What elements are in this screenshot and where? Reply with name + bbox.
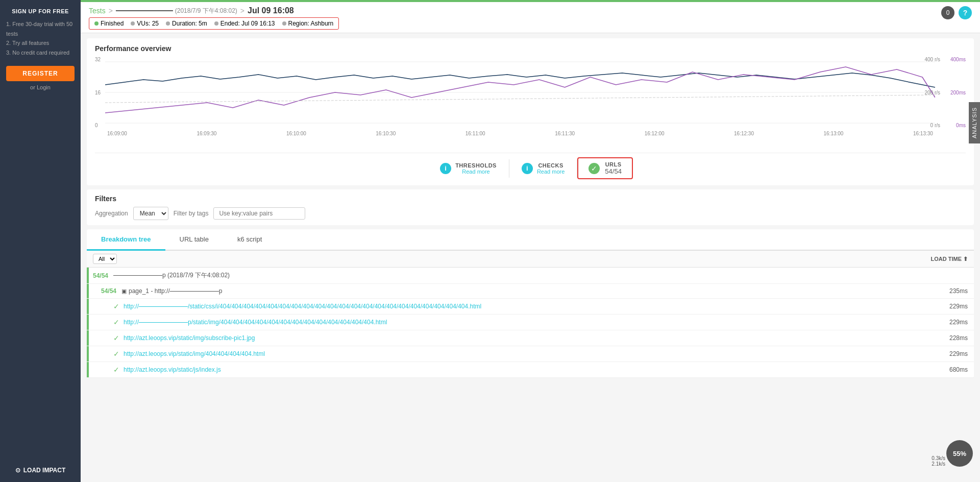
content-area: Performance overview 32 16 0 — [81, 33, 980, 482]
aggregation-label: Aggregation — [95, 210, 128, 217]
login-link[interactable]: or Login — [30, 84, 51, 90]
check-icon: ✓ — [113, 302, 119, 310]
duration-dot — [166, 21, 170, 26]
register-button[interactable]: REGISTER — [6, 66, 75, 81]
tab-breakdown-tree[interactable]: Breakdown tree — [87, 229, 165, 251]
green-bar — [87, 284, 89, 298]
table-row: ✓ http://azt.leoops.vip/static/js/index.… — [87, 362, 974, 378]
chart-y-left: 32 16 0 — [95, 57, 103, 128]
table-rows: 54/54 ————————p (2018/7/9 下午4:08:02) 54/… — [87, 268, 974, 378]
tab-k6-script[interactable]: k6 script — [223, 229, 276, 251]
main-content: Tests > ———————— (2018/7/9 下午4:08:02) > … — [81, 0, 980, 482]
metrics-row: i THRESHOLDS Read more i CHECKS Read mor… — [95, 153, 966, 179]
table-header: All LOAD TIME ⬆ — [87, 251, 974, 268]
filters-section: Filters Aggregation Mean Filter by tags — [87, 189, 974, 225]
checks-text: CHECKS Read more — [537, 162, 565, 175]
filters-row: Aggregation Mean Filter by tags — [95, 207, 966, 220]
table-row: ✓ http://————————/static/css/i/404/404/4… — [87, 299, 974, 315]
green-bar — [87, 362, 89, 377]
chart-y-right2: 400 r/s 200 r/s 0 r/s — [924, 57, 940, 128]
check-icon: ✓ — [113, 334, 119, 342]
breadcrumb-tests[interactable]: Tests — [89, 7, 106, 15]
urls-check-icon: ✓ — [589, 163, 600, 174]
collapse-icon[interactable]: ▣ — [121, 288, 127, 295]
breadcrumb-sep1: > — [109, 7, 113, 15]
svg-line-3 — [105, 95, 935, 103]
brand-logo: ⊙ LOAD IMPACT — [0, 467, 81, 474]
chart-svg — [105, 57, 935, 128]
checks-metric: i CHECKS Read more — [509, 159, 577, 178]
table-row: ✓ http://azt.leoops.vip/static/img/404/4… — [87, 346, 974, 362]
status-ended: Ended: Jul 09 16:13 — [214, 20, 275, 27]
thresholds-info-icon[interactable]: i — [440, 163, 451, 174]
load-time-label: LOAD TIME ⬆ — [931, 256, 968, 262]
notification-button[interactable]: 0 — [941, 6, 954, 19]
chart-container: 32 16 0 — [95, 57, 966, 149]
status-duration: Duration: 5m — [166, 20, 207, 27]
all-select[interactable]: All — [93, 254, 117, 264]
vus-dot — [131, 21, 135, 26]
chart-y-right: 400ms 200ms 0ms — [948, 57, 966, 128]
green-bar — [87, 268, 89, 283]
chart-x-labels: 16:09:00 16:09:30 16:10:00 16:10:30 16:1… — [105, 131, 935, 136]
perf-title: Performance overview — [95, 44, 966, 53]
filter-tags-label: Filter by tags — [174, 210, 209, 217]
breadcrumb: Tests > ———————— (2018/7/9 下午4:08:02) > … — [89, 6, 972, 15]
urls-value: 54/54 — [605, 167, 622, 175]
breadcrumb-test-name: ———————— (2018/7/9 下午4:08:02) — [116, 6, 237, 15]
aggregation-select[interactable]: Mean — [133, 207, 168, 220]
page-title: Jul 09 16:08 — [248, 6, 294, 15]
filter-tags-input[interactable] — [213, 207, 305, 220]
finished-dot — [94, 21, 99, 26]
green-bar — [87, 315, 89, 330]
header: Tests > ———————— (2018/7/9 下午4:08:02) > … — [81, 2, 980, 33]
table-row: 54/54 ————————p (2018/7/9 下午4:08:02) — [87, 268, 974, 284]
signup-label: SIGN UP FOR FREE — [12, 8, 69, 14]
ended-dot — [214, 21, 218, 26]
table-row: ✓ http://————————p/static/img/404/404/40… — [87, 315, 974, 330]
check-icon: ✓ — [113, 350, 119, 358]
table-row: ✓ http://azt.leoops.vip/static/img/subsc… — [87, 330, 974, 346]
checks-info-icon[interactable]: i — [522, 163, 533, 174]
thresholds-metric: i THRESHOLDS Read more — [428, 159, 509, 178]
urls-metric-box: ✓ URLS 54/54 — [577, 157, 633, 179]
region-dot — [282, 21, 286, 26]
table-row: 54/54 ▣ page_1 - http://————————p 235ms — [87, 284, 974, 299]
logo-icon: ⊙ — [15, 467, 20, 474]
green-bar — [87, 330, 89, 346]
help-button[interactable]: ? — [959, 6, 972, 19]
speed-info: 0.3k/s 2.1k/s — [932, 455, 945, 467]
sidebar-list: 1. Free 30-day trial with 50 tests 2. Tr… — [6, 19, 75, 58]
speed-badge: 55% — [946, 440, 973, 467]
green-bar — [87, 299, 89, 314]
table-section: Breakdown tree URL table k6 script All L… — [87, 229, 974, 378]
status-vus: VUs: 25 — [131, 20, 159, 27]
green-bar — [87, 346, 89, 362]
status-bar: Finished VUs: 25 Duration: 5m Ended: Jul… — [89, 17, 339, 30]
analysis-panel[interactable]: ANALYSIS — [969, 102, 980, 143]
performance-overview: Performance overview 32 16 0 — [87, 38, 974, 185]
tabs-row: Breakdown tree URL table k6 script — [87, 229, 974, 251]
check-icon: ✓ — [113, 366, 119, 374]
urls-text: URLS 54/54 — [605, 161, 622, 175]
status-region: Region: Ashburn — [282, 20, 334, 27]
breadcrumb-sep2: > — [240, 7, 244, 15]
thresholds-text: THRESHOLDS Read more — [455, 162, 497, 175]
sidebar: SIGN UP FOR FREE 1. Free 30-day trial wi… — [0, 0, 81, 482]
filters-title: Filters — [95, 195, 966, 203]
tab-url-table[interactable]: URL table — [165, 229, 223, 251]
status-finished: Finished — [94, 20, 124, 27]
check-icon: ✓ — [113, 318, 119, 326]
